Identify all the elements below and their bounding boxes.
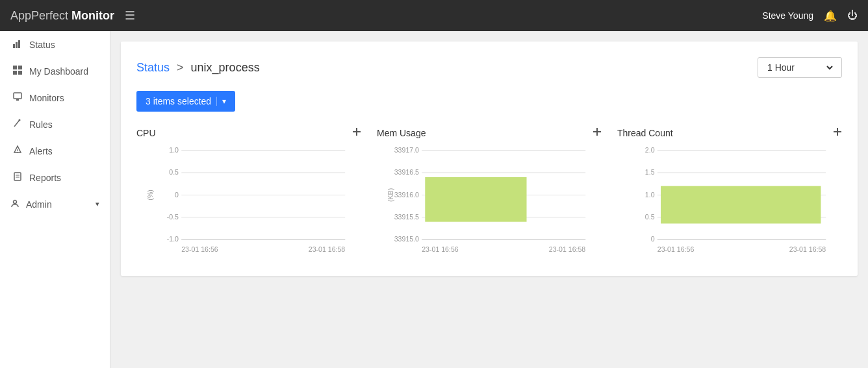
- svg-text:0.5: 0.5: [645, 213, 655, 221]
- chart-svg-thread: 2.01.51.00.5023-01 16:5623-01 16:58: [617, 143, 842, 260]
- sidebar-item-dashboard[interactable]: My Dashboard: [0, 58, 110, 84]
- chart-svg-cpu: (%)1.00.50-0.5-1.023-01 16:5623-01 16:58: [136, 143, 361, 260]
- svg-text:1.5: 1.5: [645, 168, 655, 176]
- svg-text:0.5: 0.5: [169, 168, 179, 176]
- chart-wrapper-thread: 2.01.51.00.5023-01 16:5623-01 16:58: [617, 143, 842, 260]
- svg-text:0: 0: [651, 235, 655, 243]
- time-range-select[interactable]: 1 Hour6 Hours12 Hours1 Day1 Week: [758, 57, 842, 78]
- chart-header-thread: Thread Count: [617, 127, 842, 138]
- svg-rect-2: [18, 40, 20, 48]
- chart-thread: Thread Count2.01.51.00.5023-01 16:5623-0…: [617, 127, 842, 260]
- svg-text:33916.5: 33916.5: [394, 168, 419, 176]
- username-label: Steve Young: [762, 10, 813, 21]
- brand-light: AppPerfect: [10, 9, 68, 22]
- svg-rect-1: [16, 42, 18, 48]
- sidebar: Status My Dashboard Monitors Rules Alert…: [0, 31, 110, 368]
- svg-point-12: [17, 152, 18, 153]
- svg-text:1.0: 1.0: [169, 146, 179, 154]
- chart-title-mem: Mem Usage: [377, 128, 426, 138]
- chart-add-icon-thread[interactable]: [833, 127, 842, 138]
- alerts-icon: [12, 145, 23, 156]
- svg-rect-8: [16, 99, 19, 101]
- svg-text:0: 0: [175, 191, 179, 199]
- sidebar-item-alerts[interactable]: Alerts: [0, 138, 110, 164]
- svg-rect-6: [18, 71, 22, 75]
- sidebar-label-status: Status: [29, 40, 55, 50]
- svg-text:33916.0: 33916.0: [394, 191, 419, 199]
- svg-text:23-01 16:58: 23-01 16:58: [309, 245, 346, 253]
- breadcrumb: Status > unix_process: [136, 61, 260, 75]
- sidebar-label-rules: Rules: [29, 119, 53, 130]
- svg-rect-34: [593, 131, 601, 132]
- svg-text:(KB): (KB): [387, 188, 394, 202]
- status-icon: [12, 39, 23, 50]
- power-icon[interactable]: ⏻: [847, 10, 858, 21]
- sidebar-label-monitors: Monitors: [29, 93, 64, 103]
- sidebar-item-rules[interactable]: Rules: [0, 111, 110, 138]
- chart-header-mem: Mem Usage: [377, 127, 602, 138]
- svg-rect-4: [18, 66, 22, 69]
- sidebar-label-dashboard: My Dashboard: [29, 66, 88, 77]
- svg-rect-13: [14, 173, 21, 180]
- svg-text:23-01 16:56: 23-01 16:56: [181, 245, 218, 253]
- time-range-dropdown[interactable]: 1 Hour6 Hours12 Hours1 Day1 Week: [765, 62, 835, 73]
- svg-text:23-01 16:58: 23-01 16:58: [549, 245, 586, 253]
- sidebar-item-admin[interactable]: Admin ▾: [0, 191, 110, 217]
- svg-text:2.0: 2.0: [645, 146, 655, 154]
- layout: Status My Dashboard Monitors Rules Alert…: [0, 31, 868, 368]
- svg-rect-3: [13, 66, 17, 69]
- chart-title-thread: Thread Count: [617, 128, 673, 138]
- chart-svg-mem: (KB)33917.033916.533916.033915.533915.02…: [377, 143, 602, 260]
- svg-rect-5: [13, 71, 17, 75]
- sidebar-item-reports[interactable]: Reports: [0, 164, 110, 191]
- svg-text:33915.0: 33915.0: [394, 235, 419, 243]
- svg-rect-18: [353, 131, 361, 132]
- content-card: Status > unix_process 1 Hour6 Hours12 Ho…: [121, 42, 858, 276]
- rules-icon: [12, 119, 23, 130]
- sidebar-item-monitors[interactable]: Monitors: [0, 84, 110, 111]
- chart-wrapper-mem: (KB)33917.033916.533916.033915.533915.02…: [377, 143, 602, 260]
- chart-header-cpu: CPU: [136, 127, 361, 138]
- menu-icon[interactable]: ☰: [125, 8, 135, 23]
- bar-thread: [661, 186, 821, 224]
- charts-row: CPU(%)1.00.50-0.5-1.023-01 16:5623-01 16…: [136, 127, 842, 260]
- items-selected-button[interactable]: 3 items selected ▾: [136, 91, 235, 112]
- sidebar-item-status[interactable]: Status: [0, 31, 110, 58]
- svg-text:-0.5: -0.5: [167, 213, 179, 221]
- svg-rect-50: [834, 131, 841, 132]
- brand-bold: Monitor: [71, 9, 114, 22]
- admin-icon: [10, 199, 19, 210]
- svg-text:33917.0: 33917.0: [394, 146, 419, 154]
- reports-icon: [12, 172, 23, 183]
- svg-point-16: [14, 201, 17, 204]
- items-selected-label: 3 items selected: [146, 96, 211, 106]
- page-header: Status > unix_process 1 Hour6 Hours12 Ho…: [136, 57, 842, 78]
- svg-text:23-01 16:56: 23-01 16:56: [657, 245, 695, 253]
- chart-add-icon-cpu[interactable]: [352, 127, 361, 138]
- svg-text:33915.5: 33915.5: [394, 213, 419, 221]
- sidebar-label-alerts: Alerts: [29, 146, 53, 156]
- chart-add-icon-mem[interactable]: [593, 127, 602, 138]
- sidebar-label-reports: Reports: [29, 173, 61, 183]
- sidebar-label-admin: Admin: [26, 199, 52, 210]
- breadcrumb-current-page: unix_process: [191, 61, 260, 74]
- chart-title-cpu: CPU: [136, 128, 156, 138]
- svg-text:23-01 16:56: 23-01 16:56: [422, 245, 459, 253]
- main-content: Status > unix_process 1 Hour6 Hours12 Ho…: [110, 31, 868, 368]
- bar-mem: [425, 177, 526, 222]
- svg-line-9: [14, 120, 19, 127]
- svg-rect-0: [13, 44, 15, 48]
- bell-icon[interactable]: 🔔: [824, 10, 837, 22]
- svg-point-10: [19, 119, 21, 121]
- items-selected-dropdown-arrow: ▾: [216, 97, 226, 106]
- chart-wrapper-cpu: (%)1.00.50-0.5-1.023-01 16:5623-01 16:58: [136, 143, 361, 260]
- monitors-icon: [12, 92, 23, 103]
- admin-chevron: ▾: [96, 200, 99, 208]
- svg-rect-7: [14, 93, 21, 99]
- chart-cpu: CPU(%)1.00.50-0.5-1.023-01 16:5623-01 16…: [136, 127, 361, 260]
- svg-text:23-01 16:58: 23-01 16:58: [789, 245, 826, 253]
- app-brand: AppPerfect Monitor: [10, 9, 114, 23]
- svg-text:-1.0: -1.0: [167, 235, 179, 243]
- breadcrumb-status-link[interactable]: Status: [136, 61, 170, 74]
- svg-text:1.0: 1.0: [645, 191, 655, 199]
